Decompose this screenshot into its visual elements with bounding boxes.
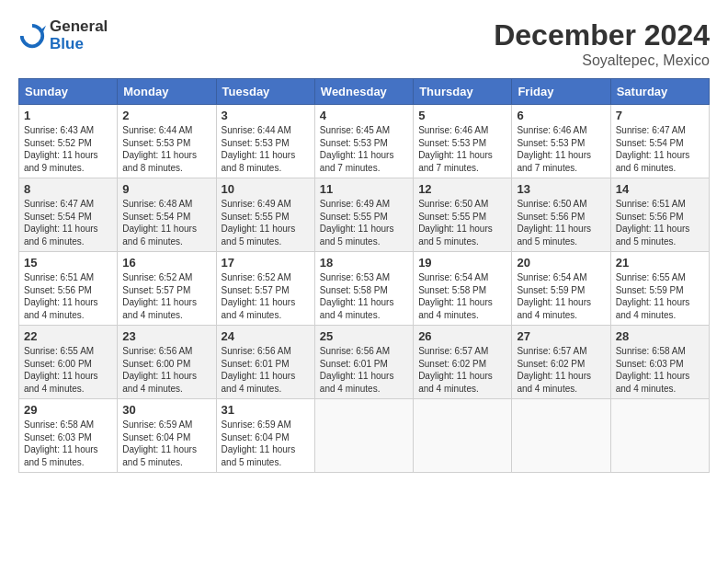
page-header: General Blue December 2024 Soyaltepec, M… — [18, 18, 710, 69]
day-info: Sunrise: 6:47 AMSunset: 5:54 PMDaylight:… — [24, 198, 112, 247]
day-cell-22: 22Sunrise: 6:55 AMSunset: 6:00 PMDayligh… — [19, 326, 118, 399]
day-info: Sunrise: 6:56 AMSunset: 6:00 PMDaylight:… — [122, 345, 210, 395]
day-info: Sunrise: 6:57 AMSunset: 6:02 PMDaylight:… — [418, 345, 506, 395]
day-cell-24: 24Sunrise: 6:56 AMSunset: 6:01 PMDayligh… — [216, 326, 314, 399]
day-info: Sunrise: 6:48 AMSunset: 5:54 PMDaylight:… — [122, 198, 210, 247]
day-cell-18: 18Sunrise: 6:53 AMSunset: 5:58 PMDayligh… — [314, 252, 413, 326]
day-number: 28 — [616, 329, 704, 343]
day-number: 11 — [320, 182, 408, 196]
day-info: Sunrise: 6:56 AMSunset: 6:01 PMDaylight:… — [320, 345, 408, 395]
day-number: 24 — [222, 329, 310, 343]
day-cell-14: 14Sunrise: 6:51 AMSunset: 5:56 PMDayligh… — [610, 178, 709, 252]
day-cell-17: 17Sunrise: 6:52 AMSunset: 5:57 PMDayligh… — [216, 252, 314, 326]
empty-cell — [610, 399, 709, 473]
day-info: Sunrise: 6:51 AMSunset: 5:56 PMDaylight:… — [616, 198, 704, 247]
day-info: Sunrise: 6:49 AMSunset: 5:55 PMDaylight:… — [222, 198, 310, 247]
day-cell-4: 4Sunrise: 6:45 AMSunset: 5:53 PMDaylight… — [314, 105, 413, 178]
logo-text: General Blue — [50, 18, 108, 52]
day-number: 19 — [418, 256, 506, 270]
day-info: Sunrise: 6:44 AMSunset: 5:53 PMDaylight:… — [222, 124, 310, 174]
day-cell-19: 19Sunrise: 6:54 AMSunset: 5:58 PMDayligh… — [414, 252, 512, 326]
header-thursday: Thursday — [414, 79, 512, 105]
day-number: 6 — [517, 109, 605, 122]
day-info: Sunrise: 6:59 AMSunset: 6:04 PMDaylight:… — [222, 419, 310, 468]
day-info: Sunrise: 6:52 AMSunset: 5:57 PMDaylight:… — [122, 271, 210, 321]
day-number: 13 — [517, 182, 605, 196]
logo: General Blue — [18, 18, 108, 52]
day-number: 14 — [616, 182, 704, 196]
day-info: Sunrise: 6:50 AMSunset: 5:56 PMDaylight:… — [517, 198, 605, 247]
day-number: 2 — [122, 109, 210, 122]
day-number: 25 — [320, 329, 408, 343]
day-info: Sunrise: 6:57 AMSunset: 6:02 PMDaylight:… — [517, 345, 605, 395]
logo-blue: Blue — [50, 36, 108, 53]
day-number: 29 — [24, 403, 112, 417]
day-cell-10: 10Sunrise: 6:49 AMSunset: 5:55 PMDayligh… — [216, 178, 314, 252]
day-number: 3 — [222, 109, 310, 122]
day-info: Sunrise: 6:55 AMSunset: 5:59 PMDaylight:… — [616, 271, 704, 321]
day-cell-21: 21Sunrise: 6:55 AMSunset: 5:59 PMDayligh… — [610, 252, 709, 326]
title-month: December 2024 — [494, 18, 710, 52]
day-cell-8: 8Sunrise: 6:47 AMSunset: 5:54 PMDaylight… — [19, 178, 118, 252]
day-number: 26 — [418, 329, 506, 343]
day-info: Sunrise: 6:43 AMSunset: 5:52 PMDaylight:… — [24, 124, 112, 174]
day-cell-25: 25Sunrise: 6:56 AMSunset: 6:01 PMDayligh… — [314, 326, 413, 399]
week-row-4: 22Sunrise: 6:55 AMSunset: 6:00 PMDayligh… — [19, 326, 710, 399]
title-location: Soyaltepec, Mexico — [494, 52, 710, 69]
day-cell-31: 31Sunrise: 6:59 AMSunset: 6:04 PMDayligh… — [216, 399, 314, 473]
logo-icon — [18, 22, 46, 50]
day-number: 22 — [24, 329, 112, 343]
day-cell-27: 27Sunrise: 6:57 AMSunset: 6:02 PMDayligh… — [512, 326, 610, 399]
day-info: Sunrise: 6:46 AMSunset: 5:53 PMDaylight:… — [517, 124, 605, 174]
day-cell-30: 30Sunrise: 6:59 AMSunset: 6:04 PMDayligh… — [118, 399, 216, 473]
day-info: Sunrise: 6:51 AMSunset: 5:56 PMDaylight:… — [24, 271, 112, 321]
day-cell-28: 28Sunrise: 6:58 AMSunset: 6:03 PMDayligh… — [610, 326, 709, 399]
header-row: SundayMondayTuesdayWednesdayThursdayFrid… — [19, 79, 710, 105]
day-info: Sunrise: 6:50 AMSunset: 5:55 PMDaylight:… — [418, 198, 506, 247]
day-cell-9: 9Sunrise: 6:48 AMSunset: 5:54 PMDaylight… — [118, 178, 216, 252]
day-cell-13: 13Sunrise: 6:50 AMSunset: 5:56 PMDayligh… — [512, 178, 610, 252]
day-info: Sunrise: 6:54 AMSunset: 5:58 PMDaylight:… — [418, 271, 506, 321]
day-cell-12: 12Sunrise: 6:50 AMSunset: 5:55 PMDayligh… — [414, 178, 512, 252]
day-cell-20: 20Sunrise: 6:54 AMSunset: 5:59 PMDayligh… — [512, 252, 610, 326]
day-number: 27 — [517, 329, 605, 343]
day-number: 18 — [320, 256, 408, 270]
header-wednesday: Wednesday — [314, 79, 413, 105]
header-monday: Monday — [118, 79, 216, 105]
day-number: 31 — [222, 403, 310, 417]
day-cell-29: 29Sunrise: 6:58 AMSunset: 6:03 PMDayligh… — [19, 399, 118, 473]
calendar-table: SundayMondayTuesdayWednesdayThursdayFrid… — [18, 78, 710, 473]
day-number: 5 — [418, 109, 506, 122]
day-number: 7 — [616, 109, 704, 122]
day-info: Sunrise: 6:44 AMSunset: 5:53 PMDaylight:… — [122, 124, 210, 174]
day-number: 10 — [222, 182, 310, 196]
day-cell-2: 2Sunrise: 6:44 AMSunset: 5:53 PMDaylight… — [118, 105, 216, 178]
day-number: 9 — [122, 182, 210, 196]
day-info: Sunrise: 6:58 AMSunset: 6:03 PMDaylight:… — [24, 419, 112, 468]
day-info: Sunrise: 6:46 AMSunset: 5:53 PMDaylight:… — [418, 124, 506, 174]
day-cell-16: 16Sunrise: 6:52 AMSunset: 5:57 PMDayligh… — [118, 252, 216, 326]
empty-cell — [314, 399, 413, 473]
day-number: 20 — [517, 256, 605, 270]
day-info: Sunrise: 6:56 AMSunset: 6:01 PMDaylight:… — [222, 345, 310, 395]
day-number: 15 — [24, 256, 112, 270]
day-cell-15: 15Sunrise: 6:51 AMSunset: 5:56 PMDayligh… — [19, 252, 118, 326]
day-cell-7: 7Sunrise: 6:47 AMSunset: 5:54 PMDaylight… — [610, 105, 709, 178]
day-number: 16 — [122, 256, 210, 270]
day-info: Sunrise: 6:55 AMSunset: 6:00 PMDaylight:… — [24, 345, 112, 395]
day-info: Sunrise: 6:58 AMSunset: 6:03 PMDaylight:… — [616, 345, 704, 395]
day-info: Sunrise: 6:52 AMSunset: 5:57 PMDaylight:… — [222, 271, 310, 321]
empty-cell — [512, 399, 610, 473]
logo-general: General — [50, 18, 108, 36]
week-row-3: 15Sunrise: 6:51 AMSunset: 5:56 PMDayligh… — [19, 252, 710, 326]
day-number: 17 — [222, 256, 310, 270]
day-number: 21 — [616, 256, 704, 270]
day-number: 12 — [418, 182, 506, 196]
day-number: 23 — [122, 329, 210, 343]
day-info: Sunrise: 6:54 AMSunset: 5:59 PMDaylight:… — [517, 271, 605, 321]
day-cell-23: 23Sunrise: 6:56 AMSunset: 6:00 PMDayligh… — [118, 326, 216, 399]
day-number: 30 — [122, 403, 210, 417]
header-saturday: Saturday — [610, 79, 709, 105]
day-number: 4 — [320, 109, 408, 122]
day-number: 1 — [24, 109, 112, 122]
